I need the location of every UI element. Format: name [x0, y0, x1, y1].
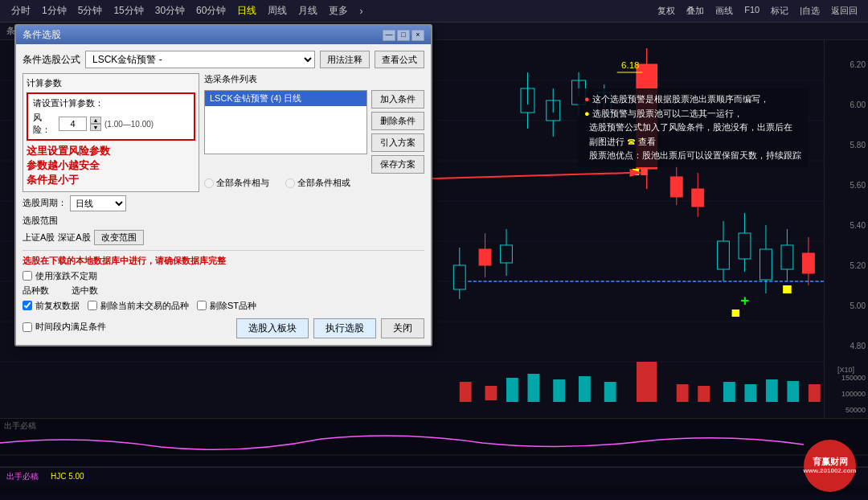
cb-fuquan[interactable] — [23, 301, 32, 310]
cb-fuquan-label: 前复权数据 — [35, 300, 80, 312]
spin-down-btn[interactable]: ▼ — [90, 124, 101, 131]
formula-label: 条件选股公式 — [23, 53, 80, 67]
svg-rect-49 — [732, 309, 740, 317]
cb-remove-st[interactable] — [197, 301, 207, 310]
interval-daily[interactable]: 日线 — [232, 2, 261, 19]
cb-time-period-label: 时间段内满足条件 — [35, 321, 106, 333]
spin-up-btn[interactable]: ▲ — [90, 117, 101, 124]
svg-rect-45 — [802, 253, 814, 273]
interval-15m[interactable]: 15分钟 — [108, 2, 148, 19]
irregular-row: 使用涨跌不定期 — [23, 270, 424, 282]
radio-group: 全部条件相与 全部条件相或 — [204, 177, 424, 189]
status-item-2: HJC 5.00 — [51, 472, 84, 481]
dialog-titlebar: 条件选股 — □ × — [16, 26, 431, 44]
radio-all-and[interactable] — [204, 178, 214, 188]
cb-time-period[interactable] — [23, 322, 32, 332]
radio-all-or-label: 全部条件相或 — [297, 177, 350, 189]
param-range: (1.00—10.00) — [104, 120, 154, 129]
btn-zixuan[interactable]: |自选 — [796, 3, 824, 18]
usage-btn[interactable]: 用法注释 — [320, 51, 370, 68]
period-label: 选股周期： — [23, 197, 67, 209]
svg-rect-67 — [579, 376, 591, 402]
svg-rect-68 — [604, 382, 616, 402]
two-col-layout: 计算参数 请设置计算参数： 风险： ▲ ▼ — [23, 73, 424, 245]
range-b-label: 深证A股 — [58, 232, 90, 244]
close-x-button[interactable]: × — [411, 30, 424, 41]
interval-more[interactable]: 更多 — [324, 2, 353, 19]
filter-section: LSCK金钻预警 (4) 日线 加入条件 删除条件 引入方案 保存方案 — [204, 90, 424, 174]
svg-text:+: + — [740, 292, 749, 308]
radio-all-or[interactable] — [285, 178, 295, 188]
param-box: 请设置计算参数： 风险： ▲ ▼ (1.00—10.00) — [27, 92, 195, 141]
view-formula-btn[interactable]: 查看公式 — [375, 51, 424, 68]
svg-rect-70 — [677, 384, 689, 402]
status-item-1: 出手必稿 — [6, 471, 39, 482]
param-name-label: 风险： — [33, 112, 55, 136]
bottom-area: 出手必稿 出手必稿 HJC 5.00 — [0, 418, 868, 494]
filter-list-item[interactable]: LSCK金钻预警 (4) 日线 — [205, 91, 366, 106]
svg-rect-74 — [766, 379, 778, 402]
selected-count-value — [104, 285, 114, 295]
warning-text: 选股在下载的本地数据库中进行，请确保数据库完整 — [23, 255, 424, 267]
options-section: 选股在下载的本地数据库中进行，请确保数据库完整 使用涨跌不定期 品种数 选中数 — [23, 250, 424, 338]
add-to-pool-btn[interactable]: 选股入板块 — [236, 318, 309, 338]
irregular-checkbox[interactable] — [23, 271, 32, 281]
save-plan-btn[interactable]: 保存方案 — [371, 155, 424, 174]
range-label: 选股范围 — [23, 215, 58, 227]
cb-time-row: 时间段内满足条件 — [23, 321, 106, 333]
watermark-line2: www.201002.com — [804, 467, 857, 475]
svg-rect-63 — [485, 386, 497, 400]
watermark-badge: 育赢财网 www.201002.com — [804, 440, 856, 492]
bottom-row: 时间段内满足条件 选股入板块 执行选股 关闭 — [23, 318, 424, 338]
interval-60m[interactable]: 60分钟 — [191, 2, 231, 19]
svg-rect-72 — [723, 382, 735, 402]
bottom-buttons: 选股入板块 执行选股 关闭 — [236, 318, 424, 338]
maximize-button[interactable]: □ — [397, 30, 410, 41]
minimize-button[interactable]: — — [383, 30, 395, 41]
btn-back[interactable]: 返回回 — [827, 3, 862, 18]
svg-rect-69 — [637, 362, 657, 402]
range-stocks-row: 上证A股 深证A股 改变范围 — [23, 230, 199, 245]
indicator-row: 出手必稿 — [0, 419, 868, 467]
svg-text:6.18: 6.18 — [621, 60, 640, 70]
params-group: 计算参数 请设置计算参数： 风险： ▲ ▼ — [23, 73, 199, 192]
svg-rect-64 — [506, 378, 518, 402]
cb-remove-inactive[interactable] — [88, 301, 97, 310]
svg-rect-62 — [460, 382, 472, 402]
formula-select[interactable]: LSCK金钻预警 - — [85, 51, 315, 68]
range-a-label: 上证A股 — [23, 232, 55, 244]
selected-count-label: 选中数 — [72, 285, 98, 297]
interval-monthly[interactable]: 月线 — [293, 2, 322, 19]
filter-list: LSCK金钻预警 (4) 日线 — [204, 90, 367, 154]
execute-btn[interactable]: 执行选股 — [313, 318, 376, 338]
svg-rect-25 — [670, 177, 682, 197]
interval-1m[interactable]: 1分钟 — [37, 2, 72, 19]
interval-weekly[interactable]: 周线 — [263, 2, 292, 19]
btn-dieja[interactable]: 叠加 — [682, 3, 708, 18]
interval-5m[interactable]: 5分钟 — [73, 2, 108, 19]
formula-row: 条件选股公式 LSCK金钻预警 - 用法注释 查看公式 — [23, 51, 424, 68]
watermark: 育赢财网 www.201002.com — [804, 440, 860, 496]
btn-f10[interactable]: F10 — [740, 3, 764, 18]
change-range-btn[interactable]: 改变范围 — [94, 230, 144, 245]
interval-30m[interactable]: 30分钟 — [150, 2, 190, 19]
interval-fz[interactable]: 分时 — [6, 2, 35, 19]
btn-draw[interactable]: 画线 — [711, 3, 737, 18]
top-toolbar: 分时 1分钟 5分钟 15分钟 30分钟 60分钟 日线 周线 月线 更多 › … — [0, 0, 868, 23]
btn-mark[interactable]: 标记 — [767, 3, 792, 18]
remove-condition-btn[interactable]: 删除条件 — [371, 112, 424, 130]
import-plan-btn[interactable]: 引入方案 — [371, 133, 424, 152]
cb-remove-inactive-label: 剔除当前未交易的品种 — [100, 300, 189, 312]
cb-remove-st-label: 剔除ST品种 — [210, 300, 256, 312]
svg-rect-71 — [698, 386, 710, 402]
close-btn[interactable]: 关闭 — [381, 318, 424, 338]
right-col: 选采条件列表 LSCK金钻预警 (4) 日线 加入条件 删除条件 引入方案 保存… — [204, 73, 424, 245]
dialog-body: 条件选股公式 LSCK金钻预警 - 用法注释 查看公式 计算参数 — [16, 44, 431, 345]
checkboxes-row: 前复权数据 剔除当前未交易的品种 剔除ST品种 — [23, 300, 424, 314]
period-select[interactable]: 日线 周线 月线 — [70, 195, 126, 211]
svg-rect-54 — [479, 249, 491, 265]
param-value-input[interactable] — [59, 117, 87, 131]
btn-fuquan[interactable]: 复权 — [653, 3, 679, 18]
svg-rect-66 — [553, 379, 565, 402]
add-condition-btn[interactable]: 加入条件 — [371, 90, 424, 109]
